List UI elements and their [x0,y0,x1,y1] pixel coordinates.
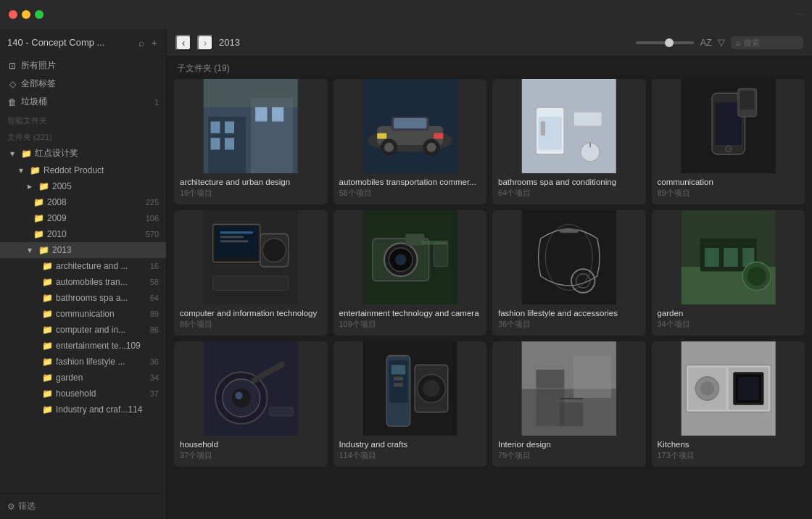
svg-rect-4 [225,122,234,133]
sidebar-item-communication[interactable]: 📁 communication 89 [0,306,166,322]
sidebar-item-garden[interactable]: 📁 garden 34 [0,370,166,386]
svg-rect-50 [422,241,448,244]
svg-rect-6 [225,138,234,149]
slider-thumb[interactable] [665,38,674,47]
grid-container[interactable]: architecture and urban design 16个项目 auto… [167,79,812,519]
sidebar-item-2008[interactable]: 📁 2008 225 [0,194,166,210]
grid-item[interactable]: entertainment technology and camera 109个… [334,210,487,336]
sidebar-item-2010[interactable]: 📁 2010 570 [0,226,166,242]
sidebar-item-reddot[interactable]: ▾ 📁 红点设计奖 [0,144,166,162]
grid-title: household [180,440,322,449]
sidebar-item-household[interactable]: 📁 household 37 [0,386,166,402]
grid-item[interactable]: fashion lifestyle and accessories 36个项目 [492,210,646,336]
titlebar: ⋯ [0,0,812,29]
grid-item[interactable]: automobiles transportation commer... 58个… [334,79,487,204]
sidebar-item-computer[interactable]: 📁 computer and in... 86 [0,322,166,338]
grid-info: entertainment technology and camera 109个… [334,304,487,336]
grid-count: 114个项目 [339,450,481,461]
svg-rect-39 [220,241,249,243]
svg-rect-20 [434,133,443,139]
sidebar-item-bathrooms[interactable]: 📁 bathrooms spa a... 64 [0,290,166,306]
search-icon: ⌕ [736,38,741,47]
svg-rect-3 [211,122,220,133]
svg-rect-85 [560,398,584,399]
svg-rect-76 [394,383,403,386]
search-icon[interactable]: ⌕ [137,36,146,50]
grid-item[interactable]: garden 34个项目 [652,210,805,336]
sidebar-item-fashion[interactable]: 📁 fashion lifestyle ... 36 [0,354,166,370]
svg-rect-48 [405,234,424,246]
grid-count: 173个项目 [658,450,800,461]
chevron-down-icon: ▾ [16,165,26,175]
grid-thumbnail [652,79,805,173]
sort-az-button[interactable]: AZ [700,37,712,48]
grid-info: communication 89个项目 [652,173,805,204]
back-button[interactable]: ‹ [175,35,191,51]
grid-item[interactable]: household 37个项目 [174,341,328,467]
sidebar-item-reddot-product[interactable]: ▾ 📁 Reddot Product [0,162,166,178]
sidebar-item-architecture[interactable]: 📁 architecture and ... 16 [0,258,166,274]
grid-thumbnail [334,79,487,173]
svg-rect-9 [204,79,298,107]
folder-icon: 📁 [30,165,40,175]
grid-count: 58个项目 [339,188,481,199]
grid-thumbnail [174,210,328,304]
svg-rect-75 [394,377,403,381]
grid-thumbnail [492,79,646,173]
add-icon[interactable]: + [150,36,159,50]
grid-item[interactable]: communication 89个项目 [652,79,805,204]
grid-info: bathrooms spa and conditioning 64个项目 [492,173,646,204]
sidebar-item-entertainment[interactable]: 📁 entertainment te...109 [0,338,166,354]
grid-item[interactable]: Industry and crafts 114个项目 [334,341,487,467]
search-box[interactable]: ⌕ [731,36,803,49]
grid-item[interactable]: Interior design 79个项目 [492,341,646,467]
grid-item[interactable]: computer and information technology 86个项… [174,210,328,336]
grid-title: Interior design [498,440,640,449]
svg-point-70 [235,392,242,399]
grid-thumbnail [652,341,805,436]
sidebar-item-trash[interactable]: 🗑 垃圾桶 1 [0,93,166,111]
grid-info: household 37个项目 [174,436,328,467]
close-button[interactable] [9,10,17,19]
sidebar-item-2013[interactable]: ▾ 📁 2013 [0,242,166,258]
sidebar-section-smart: 智能文件夹 [0,111,166,128]
filter-button[interactable]: ▽ [718,37,725,48]
chevron-down-icon: ▾ [7,149,17,159]
minimize-button[interactable] [22,10,30,19]
svg-rect-95 [737,377,758,401]
grid-thumbnail [652,210,805,304]
traffic-lights [9,10,44,19]
content-path: 2013 [219,37,630,48]
svg-rect-53 [560,229,579,233]
fullscreen-button[interactable] [35,10,44,19]
svg-rect-38 [220,236,244,238]
sidebar-item-alltags[interactable]: ◇ 全部标签 [0,75,166,93]
filter-icon: ⚙ [7,502,15,512]
filter-button[interactable]: ⚙ 筛选 [7,500,36,512]
svg-rect-59 [705,248,719,267]
search-input[interactable] [744,38,795,47]
grid-count: 37个项目 [180,450,322,461]
forward-button[interactable]: › [197,35,213,51]
grid-count: 109个项目 [339,319,481,330]
grid-title: fashion lifestyle and accessories [498,309,640,317]
zoom-slider[interactable] [636,41,694,44]
folder-icon: 📁 [42,277,52,287]
grid-thumbnail [334,210,487,304]
svg-point-63 [747,267,766,286]
folder-icon: 📁 [42,389,52,399]
titlebar-extra: ⋯ [795,10,803,20]
sidebar-item-industry[interactable]: 📁 Industry and craf...114 [0,402,166,418]
grid-title: entertainment technology and camera [339,309,481,317]
photos-icon: ⊡ [7,61,17,71]
sidebar-item-2009[interactable]: 📁 2009 106 [0,210,166,226]
sidebar-item-allphotos[interactable]: ⊡ 所有照片 [0,57,166,75]
svg-rect-60 [724,248,738,267]
grid-item[interactable]: bathrooms spa and conditioning 64个项目 [492,79,646,204]
sidebar-item-2005[interactable]: ▸ 📁 2005 [0,178,166,194]
sidebar-item-automobiles[interactable]: 📁 automobiles tran... 58 [0,274,166,290]
grid-item[interactable]: Kitchens 173个项目 [652,341,805,467]
grid-item[interactable]: architecture and urban design 16个项目 [174,79,328,204]
grid-info: Industry and crafts 114个项目 [334,436,487,467]
folder-icon: 📁 [42,293,52,303]
